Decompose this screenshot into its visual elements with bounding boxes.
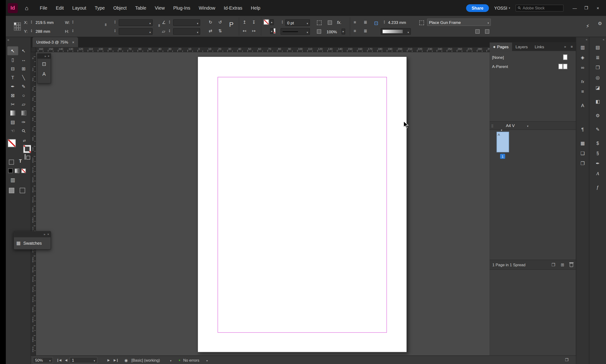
stroke-weight-stepper[interactable] [281, 20, 284, 24]
content-placer-tool[interactable]: ⊞ [18, 64, 29, 73]
scale-y-select[interactable] [119, 28, 153, 35]
formatting-affects-text-button[interactable]: T [19, 158, 22, 164]
panel-columns-icon[interactable]: ▤ [589, 42, 606, 52]
preflight-status-menu[interactable] [205, 358, 208, 362]
next-page-button[interactable]: ▶ [107, 359, 110, 362]
shear-select[interactable] [173, 28, 200, 35]
ellipse-tool[interactable]: ○ [18, 91, 29, 100]
flip-horizontal-button[interactable]: ⇄ [209, 29, 212, 33]
scale-y-stepper[interactable] [113, 29, 117, 33]
rectangle-frame-tool[interactable]: ⊠ [7, 91, 18, 100]
script-a-icon[interactable]: A [589, 169, 606, 179]
fill-expander[interactable]: ▸ [270, 19, 274, 25]
stroke-weight-select[interactable]: 0 pt [285, 19, 310, 26]
fill-proxy-swatch[interactable] [8, 139, 16, 147]
rotate-ccw-button[interactable]: ↺ [218, 20, 222, 24]
view-options-icon[interactable]: ▥ [11, 177, 15, 182]
x-value[interactable]: 219.5 mm [36, 20, 54, 25]
edit-page-size-icon[interactable]: ❐ [551, 262, 555, 267]
panel-close-icon[interactable]: × [47, 233, 49, 236]
spreads-icon[interactable]: ❐ [576, 158, 589, 169]
stroke-style-select[interactable] [281, 28, 310, 35]
section-icon[interactable]: § [589, 148, 606, 158]
w-stepper[interactable] [71, 20, 75, 24]
valign-center-button[interactable]: ≣ [364, 20, 367, 24]
auto-fit-icon[interactable]: ⊡ [374, 20, 378, 26]
preview-mode-button[interactable] [20, 188, 25, 193]
fitting-icon-1[interactable] [475, 29, 480, 34]
account-menu[interactable]: YOSSI [494, 6, 510, 10]
master-row-none[interactable]: [None] [490, 52, 576, 62]
place-gun-frame-button[interactable]: ⊡ [38, 59, 51, 69]
thumb-caret-icon[interactable]: ▾ [501, 129, 502, 132]
pen-nib-icon[interactable]: ✒ [589, 158, 606, 169]
object-states-icon[interactable] [328, 20, 332, 25]
drop-shadow-icon[interactable] [317, 29, 321, 34]
gradient-select[interactable] [381, 28, 411, 35]
menu-plug-ins[interactable]: Plug-Ins [169, 5, 195, 11]
pages-overlay-icon[interactable]: ❑ [576, 148, 589, 158]
book-pages-icon[interactable]: ◪ [589, 83, 606, 93]
distribute-left-button[interactable]: ↤ [243, 29, 246, 33]
ref-point[interactable] [18, 28, 21, 31]
ref-point[interactable] [16, 23, 18, 25]
apply-none-button[interactable] [21, 169, 26, 173]
effects-menu[interactable]: fx. [337, 20, 342, 25]
share-button[interactable]: Share [466, 4, 489, 12]
previous-page-button[interactable]: ◀ [65, 359, 67, 362]
collapse-strip-icon[interactable]: « [586, 38, 588, 43]
ref-point[interactable] [16, 25, 18, 28]
document-tab[interactable]: Untitled-3 @ 75% × [32, 37, 78, 47]
page-1-badge[interactable]: 1 [500, 154, 505, 159]
linked-content-icon[interactable]: ∞ [576, 63, 589, 73]
v-ruler[interactable]: 0102030405060708090100110120130140150160… [31, 52, 36, 356]
menu-layout[interactable]: Layout [68, 5, 91, 11]
preflight-status[interactable]: No errors [183, 358, 199, 362]
fitting-icon-2[interactable] [485, 29, 489, 34]
opacity-expander[interactable]: ▸ [342, 29, 345, 34]
place-gun-text-button[interactable]: A [38, 69, 51, 79]
content-collector-tool[interactable]: ⊟ [7, 64, 18, 73]
swap-fill-stroke-icon[interactable]: ⇄ [23, 139, 26, 143]
valign-justify-button[interactable]: ≣ [364, 29, 367, 33]
menu-type[interactable]: Type [91, 5, 109, 11]
menu-view[interactable]: View [150, 5, 169, 11]
tab-links[interactable]: Links [531, 42, 548, 51]
tab-layers[interactable]: Layers [512, 42, 531, 51]
drag-grip-icon[interactable]: ⣿ [491, 124, 495, 127]
scale-x-stepper[interactable] [113, 20, 117, 24]
stock-search-input[interactable]: ⚲ Adobe Stock [515, 4, 563, 12]
home-icon[interactable]: ⌂ [21, 5, 32, 11]
first-page-button[interactable]: ❙◀ [56, 359, 61, 362]
ref-point[interactable] [14, 23, 16, 25]
control-bar-gear-icon[interactable]: ⚙ [598, 21, 602, 26]
y-value[interactable]: 288 mm [36, 29, 50, 34]
eyedropper-tool[interactable]: ✑ [18, 117, 29, 126]
linked-pages-icon[interactable]: ❒ [589, 63, 606, 73]
gap-tool[interactable]: ↔ [18, 55, 29, 64]
distribute-right-button[interactable]: ↦ [252, 29, 256, 33]
fonts-icon[interactable]: ƒ [589, 182, 606, 193]
formatting-affects-container-button[interactable] [9, 160, 14, 165]
minimize-button[interactable]: — [569, 3, 580, 13]
panel-expand-icon[interactable]: » [44, 233, 45, 236]
constrain-scale-chain-icon[interactable]: ∞ [157, 24, 161, 27]
preflight-profile[interactable]: [Basic] (working) [132, 358, 160, 362]
effects-panel-icon[interactable]: fx [576, 77, 589, 87]
y-stepper[interactable] [30, 29, 33, 33]
dock-drag-strip[interactable] [490, 37, 576, 42]
ref-point[interactable] [14, 28, 16, 31]
swatches-panel-body[interactable]: ▦ Swatches [14, 237, 51, 249]
ref-point[interactable] [18, 23, 21, 25]
menu-edit[interactable]: Edit [52, 5, 68, 11]
menu-id-extras[interactable]: Id-Extras [219, 5, 246, 11]
gradient-feather-tool[interactable] [18, 108, 29, 117]
document-page[interactable] [198, 56, 407, 352]
pen-tool[interactable]: ✒ [7, 82, 18, 91]
stroke-expander[interactable]: ▸ [270, 28, 274, 34]
pasteboard[interactable] [36, 52, 489, 356]
panel-close-icon[interactable]: × [48, 54, 50, 58]
rotate-cw-button[interactable]: ↻ [209, 20, 212, 24]
valign-bottom-button[interactable]: ≡ [354, 29, 356, 33]
rotation-select[interactable] [173, 19, 200, 26]
